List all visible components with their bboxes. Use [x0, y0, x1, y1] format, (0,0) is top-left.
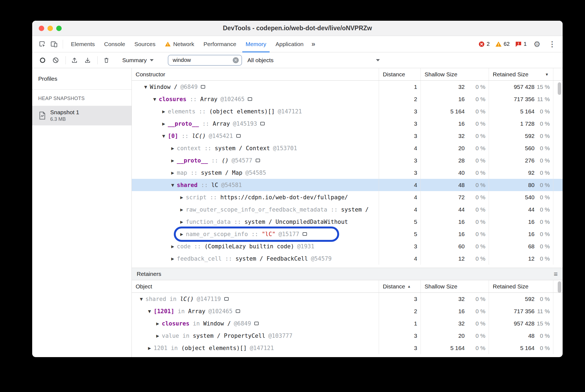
tree-row[interactable]: ▶raw_outer_scope_info_or_feedback_metada… [132, 203, 563, 216]
node-name: function_data [186, 219, 231, 225]
retained-size-cell: 920 % [489, 167, 553, 179]
node-separator: :: [191, 243, 205, 250]
tab-application[interactable]: Application [271, 36, 308, 52]
zoom-window-button[interactable] [56, 26, 62, 31]
col-object[interactable]: Object [132, 280, 379, 293]
sidebar-item-snapshot-1[interactable]: Snapshot 1 6.3 MB [32, 106, 132, 125]
node-name: __proto__ [168, 120, 199, 127]
reveal-icon[interactable] [260, 122, 265, 125]
inspect-element-icon[interactable] [37, 39, 47, 49]
save-profile-icon[interactable] [83, 55, 92, 65]
close-window-button[interactable] [39, 26, 44, 31]
col-constructor[interactable]: Constructor [132, 68, 379, 80]
tree-row[interactable]: ▼closures :: Array@1024652160 %717 35611… [132, 93, 563, 105]
tree-row[interactable]: ▶script :: https://cdpn.io/web-dot-dev/f… [132, 191, 563, 203]
expand-arrow-icon[interactable]: ▶ [169, 158, 177, 163]
collapse-arrow-icon[interactable]: ▼ [169, 183, 177, 187]
expand-arrow-icon[interactable]: ▶ [178, 207, 186, 212]
collapse-arrow-icon[interactable]: ▼ [160, 134, 168, 138]
col-retained-size[interactable]: Retained Size ▼ [489, 68, 553, 80]
tree-row[interactable]: ▶function_data :: system / UncompiledDat… [132, 216, 563, 228]
expand-arrow-icon[interactable]: ▶ [169, 257, 177, 261]
col-shallow-size[interactable]: Shallow Size [421, 280, 489, 293]
expand-arrow-icon[interactable]: ▶ [169, 244, 177, 249]
shallow-size-cell: 440 % [421, 203, 489, 216]
expand-arrow-icon[interactable]: ▶ [178, 220, 186, 224]
reveal-icon[interactable] [236, 309, 240, 313]
reveal-icon[interactable] [256, 159, 260, 162]
node-name: script [186, 194, 207, 201]
tree-row[interactable]: ▶name_or_scope_info :: "lC"@151775160 %1… [132, 228, 563, 240]
expand-arrow-icon[interactable]: ▶ [160, 122, 168, 126]
tab-console[interactable]: Console [100, 36, 130, 52]
more-tabs-button[interactable]: » [308, 36, 318, 52]
expand-arrow-icon[interactable]: ▶ [160, 109, 168, 114]
tab-performance[interactable]: Performance [199, 36, 241, 52]
tree-row[interactable]: ▼shared :: lC@545814480 %800 % [132, 179, 563, 191]
expand-arrow-icon[interactable]: ▶ [178, 232, 186, 236]
reveal-icon[interactable] [201, 85, 205, 89]
tree-row[interactable]: ▶value in system / PropertyCell@10377732… [132, 330, 563, 342]
tab-network[interactable]: Network [160, 36, 199, 52]
tree-row[interactable]: ▶context :: system / Context@1537014200 … [132, 142, 563, 154]
reveal-icon[interactable] [236, 134, 241, 138]
tree-row[interactable]: ▶elements :: (object elements)[]@1471213… [132, 105, 563, 117]
collapse-arrow-icon[interactable]: ▼ [137, 297, 145, 301]
reveal-icon[interactable] [303, 232, 307, 236]
reveal-icon[interactable] [248, 97, 252, 101]
collapse-arrow-icon[interactable]: ▼ [142, 85, 150, 89]
col-distance[interactable]: Distance ▲ [379, 280, 421, 293]
constructor-scrollbar[interactable] [558, 82, 561, 95]
minimize-window-button[interactable] [47, 26, 53, 31]
col-distance[interactable]: Distance [379, 68, 421, 80]
issues-count-badge[interactable]: 1 [515, 41, 527, 47]
expand-arrow-icon[interactable]: ▶ [154, 334, 162, 338]
retainers-menu-icon[interactable]: ≡ [554, 270, 558, 278]
perspective-select[interactable]: Summary [122, 57, 154, 64]
collapse-arrow-icon[interactable]: ▼ [145, 309, 154, 313]
collapse-arrow-icon[interactable]: ▼ [151, 97, 159, 101]
snapshot-name: Snapshot 1 [50, 109, 79, 116]
class-filter-input[interactable] [172, 57, 224, 64]
reveal-icon[interactable] [224, 297, 229, 301]
clear-all-profiles-icon[interactable] [51, 55, 61, 65]
tab-elements[interactable]: Elements [66, 36, 100, 52]
tree-row[interactable]: ▼[1201] in Array@1024652160 %717 35611 % [132, 305, 563, 317]
reveal-icon[interactable] [254, 322, 259, 325]
col-shallow-size[interactable]: Shallow Size [421, 68, 489, 80]
status-badges: 2 62 1 ⚙ ⋮ [478, 36, 563, 52]
load-profile-icon[interactable] [70, 55, 79, 65]
tree-row[interactable]: ▶code :: (CompileLazy builtin code)@1931… [132, 240, 563, 252]
kebab-menu-icon[interactable]: ⋮ [547, 39, 557, 49]
warning-count-badge[interactable]: 62 [495, 41, 510, 47]
error-count-badge[interactable]: 2 [478, 41, 490, 47]
toolbar-divider [97, 56, 98, 64]
delete-profile-icon[interactable] [102, 55, 111, 65]
expand-arrow-icon[interactable]: ▶ [154, 321, 162, 326]
settings-gear-icon[interactable]: ⚙ [532, 39, 542, 49]
retainers-title-bar: Retainers ≡ [132, 268, 563, 280]
tree-row[interactable]: ▶feedback_cell :: system / FeedbackCell@… [132, 252, 563, 265]
retainers-scrollbar[interactable] [558, 281, 561, 293]
tab-memory[interactable]: Memory [241, 36, 271, 52]
expand-arrow-icon[interactable]: ▶ [145, 346, 154, 350]
clear-filter-icon[interactable]: ✕ [233, 57, 239, 63]
object-id: @6849 [180, 84, 198, 90]
objects-filter-select[interactable]: All objects [247, 57, 382, 64]
tree-row[interactable]: ▶closures in Window /@68491320 %957 4281… [132, 317, 563, 330]
tree-row[interactable]: ▼[0] :: lC()@1454213320 %5920 % [132, 130, 563, 142]
tab-sources[interactable]: Sources [130, 36, 160, 52]
device-toolbar-icon[interactable] [49, 39, 59, 49]
record-heap-snapshot-icon[interactable] [38, 55, 47, 65]
tree-row[interactable]: ▶map :: system / Map@545853400 %920 % [132, 167, 563, 179]
tree-row[interactable]: ▼Window /@68491320 %957 42815 % [132, 81, 563, 93]
expand-arrow-icon[interactable]: ▶ [169, 171, 177, 175]
tree-row[interactable]: ▶__proto__ :: Array@1451933160 %1 7280 % [132, 117, 563, 130]
shallow-size-cell: 5 1640 % [421, 105, 489, 117]
tree-row[interactable]: ▼shared in lC()@1471193320 %5920 % [132, 293, 563, 305]
tree-row[interactable]: ▶__proto__ :: ()@545773280 %2760 % [132, 154, 563, 167]
tree-row[interactable]: ▶1201 in (object elements)[]@14712135 16… [132, 342, 563, 354]
col-retained-size[interactable]: Retained Size [489, 280, 553, 293]
expand-arrow-icon[interactable]: ▶ [178, 195, 186, 200]
expand-arrow-icon[interactable]: ▶ [169, 146, 177, 150]
